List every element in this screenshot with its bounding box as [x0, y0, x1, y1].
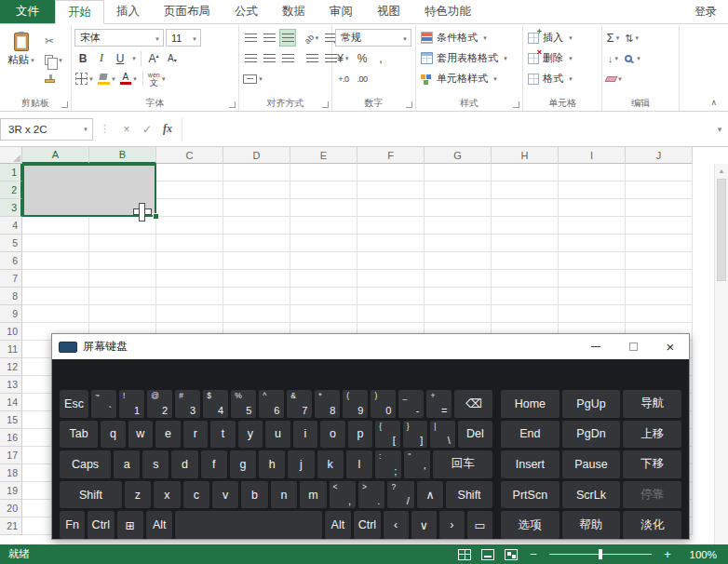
italic-button[interactable]: I: [93, 49, 110, 67]
merge-center-button[interactable]: [242, 70, 264, 87]
osk-key-period[interactable]: >.: [358, 481, 384, 509]
osk-key-2[interactable]: @2: [147, 390, 172, 418]
osk-key-pgup[interactable]: PgUp: [562, 390, 621, 418]
osk-key-semicolon[interactable]: :;: [375, 450, 401, 478]
osk-key-move-down[interactable]: 下移: [623, 450, 681, 478]
osk-key-fn[interactable]: Fn: [60, 511, 85, 539]
column-header-I[interactable]: I: [559, 147, 626, 164]
row-header-5[interactable]: 5: [0, 235, 22, 252]
column-header-C[interactable]: C: [156, 147, 223, 164]
osk-key-c[interactable]: c: [183, 481, 209, 509]
osk-key-1[interactable]: !1: [119, 390, 144, 418]
align-center-button[interactable]: [261, 49, 277, 67]
osk-key-nav[interactable]: 导航: [623, 390, 681, 418]
select-all-corner[interactable]: [0, 147, 22, 164]
scroll-up-arrow-icon[interactable]: ▲: [715, 164, 728, 178]
osk-key-0[interactable]: )0: [371, 390, 396, 418]
align-bottom-button[interactable]: [279, 29, 296, 47]
osk-key-move-up[interactable]: 上移: [623, 421, 681, 449]
clipboard-dialog-launcher[interactable]: [61, 101, 68, 108]
osk-key-x[interactable]: x: [154, 481, 180, 509]
column-header-A[interactable]: A: [22, 147, 89, 164]
underline-button[interactable]: U: [112, 49, 128, 67]
osk-key-pgdn[interactable]: PgDn: [562, 421, 621, 449]
ribbon-tab-data[interactable]: 数据: [270, 0, 317, 23]
number-format-select[interactable]: 常规: [335, 29, 411, 47]
fill-color-button[interactable]: [97, 70, 117, 87]
osk-key-7[interactable]: &7: [287, 390, 312, 418]
osk-key-bracket-right[interactable]: }]: [403, 421, 428, 449]
osk-key-arrow-up[interactable]: ∧: [417, 481, 443, 509]
osk-key-y[interactable]: y: [238, 421, 263, 449]
osk-key-backquote[interactable]: ~`: [91, 390, 116, 418]
ribbon-tab-features[interactable]: 特色功能: [412, 0, 483, 23]
view-page-break-button[interactable]: [505, 549, 518, 560]
osk-key-s[interactable]: s: [142, 450, 169, 478]
osk-key-g[interactable]: g: [230, 450, 256, 478]
osk-key-tab[interactable]: Tab: [60, 421, 98, 449]
view-normal-button[interactable]: [458, 549, 471, 560]
number-dialog-launcher[interactable]: [406, 101, 412, 108]
row-header-17[interactable]: 17: [0, 447, 22, 464]
delete-cells-button[interactable]: 删除: [526, 48, 599, 68]
row-header-11[interactable]: 11: [0, 341, 22, 358]
font-color-button[interactable]: A: [119, 70, 139, 87]
zoom-slider-thumb[interactable]: [599, 549, 602, 559]
osk-key-esc[interactable]: Esc: [60, 390, 88, 418]
osk-title-bar[interactable]: 屏幕键盘 ×: [52, 334, 689, 359]
alignment-dialog-launcher[interactable]: [322, 101, 329, 108]
formula-input[interactable]: [182, 118, 711, 141]
osk-key-enter[interactable]: 回车: [433, 450, 492, 478]
osk-key-dock-toggle[interactable]: ▭: [467, 511, 492, 539]
font-name-select[interactable]: 宋体: [74, 29, 164, 47]
osk-key-l[interactable]: l: [346, 450, 372, 478]
fill-button[interactable]: ↓: [605, 49, 622, 67]
osk-key-o[interactable]: o: [320, 421, 345, 449]
row-header-20[interactable]: 20: [0, 500, 22, 517]
osk-key-j[interactable]: j: [288, 450, 314, 478]
bold-button[interactable]: B: [74, 49, 91, 67]
conditional-formatting-button[interactable]: 条件格式: [419, 28, 519, 47]
vertical-scrollbar[interactable]: ▲: [714, 164, 728, 544]
underline-arrow-icon[interactable]: [131, 52, 137, 65]
column-header-G[interactable]: G: [425, 147, 492, 164]
column-header-D[interactable]: D: [223, 147, 290, 164]
row-header-1[interactable]: 1: [0, 164, 22, 181]
osk-key-end[interactable]: End: [501, 421, 559, 449]
osk-key-alt-right[interactable]: Alt: [325, 511, 351, 539]
osk-key-pause[interactable]: Pause: [562, 450, 621, 478]
row-header-6[interactable]: 6: [0, 252, 22, 270]
name-box-arrow-icon[interactable]: [83, 124, 92, 135]
zoom-out-button[interactable]: −: [528, 547, 539, 561]
column-header-J[interactable]: J: [626, 147, 693, 164]
cut-button[interactable]: ✂: [43, 32, 65, 50]
osk-key-caps[interactable]: Caps: [60, 450, 111, 478]
osk-key-del[interactable]: Del: [458, 421, 492, 449]
osk-key-minus[interactable]: _-: [398, 390, 424, 418]
osk-key-dock[interactable]: 停靠: [623, 481, 681, 509]
row-header-12[interactable]: 12: [0, 358, 22, 376]
osk-key-h[interactable]: h: [259, 450, 285, 478]
orientation-button[interactable]: [303, 29, 320, 47]
osk-key-quote[interactable]: "': [404, 450, 430, 478]
osk-key-d[interactable]: d: [171, 450, 197, 478]
decrease-decimal-button[interactable]: .00: [354, 70, 371, 87]
row-header-7[interactable]: 7: [0, 270, 22, 288]
percent-style-button[interactable]: %: [354, 49, 371, 67]
osk-key-9[interactable]: (9: [343, 390, 368, 418]
osk-minimize-button[interactable]: [577, 334, 614, 359]
format-as-table-button[interactable]: 套用表格格式: [419, 48, 519, 68]
osk-key-scrlk[interactable]: ScrLk: [562, 481, 621, 509]
format-cells-button[interactable]: 格式: [526, 69, 599, 88]
ribbon-tab-page-layout[interactable]: 页面布局: [152, 0, 222, 23]
osk-key-arrow-right[interactable]: ›: [439, 511, 465, 539]
sort-filter-button[interactable]: [624, 29, 640, 47]
comma-style-button[interactable]: ,: [372, 49, 389, 67]
row-header-2[interactable]: 2: [0, 181, 22, 199]
osk-key-n[interactable]: n: [271, 481, 297, 509]
decrease-font-button[interactable]: A: [164, 49, 181, 67]
ribbon-tab-home[interactable]: 开始: [55, 0, 104, 24]
osk-close-button[interactable]: ×: [652, 334, 689, 359]
format-painter-button[interactable]: [43, 69, 65, 87]
cancel-button[interactable]: ×: [116, 118, 137, 141]
